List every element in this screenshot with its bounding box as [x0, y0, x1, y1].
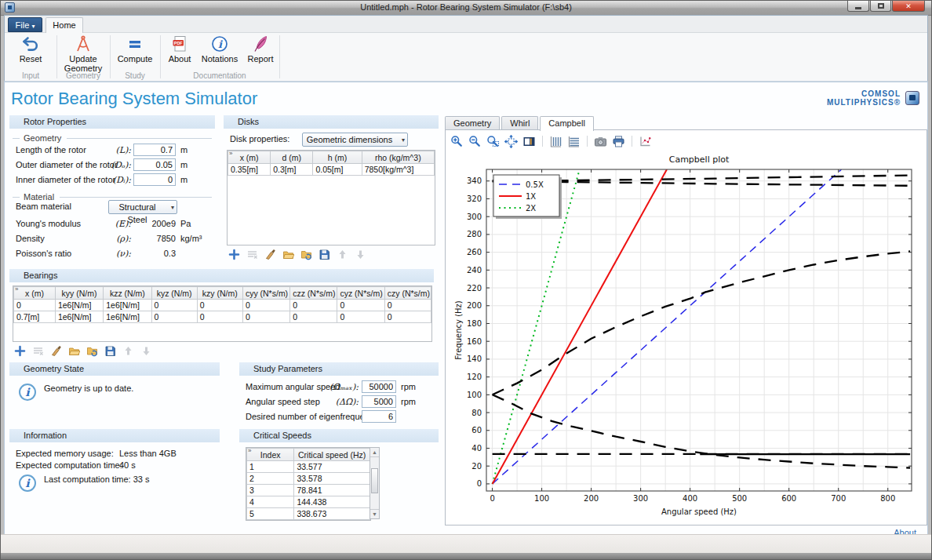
table-cell[interactable]: 1e6[N/m]: [55, 300, 103, 311]
tab-home[interactable]: Home: [46, 17, 83, 33]
caret-down-icon: ▾: [402, 134, 405, 147]
column-header: d (m): [271, 151, 313, 164]
beam-material-dropdown[interactable]: Structural Steel ▾: [108, 200, 177, 214]
table-cell[interactable]: 2: [247, 473, 294, 485]
title-bar[interactable]: Untitled.mph - Rotor Bearing System Simu…: [1, 1, 931, 16]
table-cell[interactable]: 0: [290, 300, 337, 311]
bearings-table[interactable]: »x (m)kyy (N/m)kzz (N/m)kyz (N/m)kzy (N/…: [13, 285, 432, 342]
table-cell[interactable]: 5: [247, 508, 294, 520]
scroll-down-icon[interactable]: ▼: [370, 509, 379, 518]
table-cell[interactable]: 0: [197, 311, 242, 323]
column-header: »x (m): [228, 151, 271, 164]
table-row[interactable]: 01e6[N/m]1e6[N/m]000000: [14, 300, 431, 311]
table-cell[interactable]: 0: [337, 311, 384, 323]
add-icon[interactable]: [228, 249, 240, 260]
save-icon[interactable]: [104, 345, 116, 357]
brand-text: COMSOL MULTIPHYSICS®: [827, 89, 901, 107]
brush-icon[interactable]: [50, 345, 62, 357]
max-angular-speed-input[interactable]: [362, 380, 396, 393]
table-cell[interactable]: 33.577: [294, 461, 370, 473]
scene-icon[interactable]: [522, 135, 536, 148]
app-window: Untitled.mph - Rotor Bearing System Simu…: [0, 0, 932, 560]
table-cell[interactable]: 1e6[N/m]: [55, 311, 103, 323]
tab-campbell[interactable]: Campbell: [540, 116, 593, 131]
rotor-inner-diameter-input[interactable]: [133, 173, 176, 186]
grid-y-icon[interactable]: [549, 135, 562, 148]
table-cell[interactable]: 0: [384, 311, 431, 323]
folder-open-icon[interactable]: [282, 249, 294, 260]
save-icon[interactable]: [319, 249, 330, 260]
brush-icon[interactable]: [264, 249, 276, 260]
zoom-out-icon[interactable]: [468, 135, 482, 148]
table-cell[interactable]: 0: [242, 300, 289, 311]
section-header: Critical Speeds: [239, 429, 439, 442]
table-row[interactable]: 378.841: [247, 485, 370, 496]
move-down-icon: [355, 249, 366, 260]
column-header: cyz (N*s/m): [337, 287, 384, 300]
page-title: Rotor Bearing System Simulator: [11, 89, 257, 109]
campbell-plot[interactable]: 0100200300400500600700800020406080100120…: [450, 151, 921, 521]
table-cell[interactable]: 1e6[N/m]: [104, 300, 151, 311]
print-icon[interactable]: [612, 135, 625, 148]
maximize-button[interactable]: [870, 1, 891, 12]
plot-settings-icon[interactable]: [639, 135, 652, 148]
table-cell[interactable]: 0: [384, 300, 431, 311]
table-cell[interactable]: 0.35[m]: [228, 164, 271, 176]
add-icon[interactable]: [14, 345, 26, 357]
table-row[interactable]: 133.577: [247, 461, 370, 473]
table-cell[interactable]: 3: [247, 485, 294, 496]
zoom-extents-icon[interactable]: [504, 135, 518, 148]
table-cell[interactable]: 0: [151, 300, 197, 311]
rotor-length-input[interactable]: [133, 144, 176, 156]
table-cell[interactable]: 33.578: [294, 473, 370, 485]
scroll-up-icon[interactable]: ▲: [370, 448, 379, 457]
table-cell[interactable]: 0: [14, 300, 56, 311]
table-row[interactable]: 0.7[m]1e6[N/m]1e6[N/m]000000: [14, 311, 431, 323]
table-row[interactable]: 233.578: [247, 473, 370, 485]
grid-x-icon[interactable]: [567, 135, 581, 148]
table-row[interactable]: 0.35[m]0.3[m]0.05[m]7850[kg/m^3]: [228, 164, 435, 176]
close-button[interactable]: ✕: [892, 1, 925, 12]
table-cell[interactable]: 1e6[N/m]: [104, 311, 151, 323]
table-row[interactable]: 4144.438: [247, 496, 370, 508]
corner-marker-icon: »: [15, 287, 18, 293]
svg-text:0.5X: 0.5X: [526, 180, 544, 189]
table-cell[interactable]: 0: [151, 311, 197, 323]
disk-properties-dropdown[interactable]: Geometric dimensions ▾: [302, 133, 408, 147]
corner-marker-icon: »: [248, 449, 251, 455]
table-cell[interactable]: 0.05[m]: [313, 164, 362, 176]
folder-load-icon[interactable]: [300, 249, 312, 260]
table-cell[interactable]: 4: [247, 496, 294, 508]
table-cell[interactable]: 7850[kg/m^3]: [362, 164, 434, 176]
table-cell[interactable]: 78.841: [294, 485, 370, 496]
zoom-in-icon[interactable]: [450, 135, 464, 148]
info-icon: i: [19, 384, 36, 401]
table-cell[interactable]: 0: [337, 300, 384, 311]
snapshot-icon[interactable]: [594, 135, 607, 148]
table-cell[interactable]: 1: [247, 461, 294, 473]
folder-load-icon[interactable]: [86, 345, 98, 357]
svg-text:2X: 2X: [526, 204, 536, 213]
svg-text:0: 0: [477, 479, 482, 488]
table-cell[interactable]: 0.3[m]: [271, 164, 313, 176]
eigenfrequency-count-input[interactable]: [362, 410, 396, 423]
table-scrollbar[interactable]: ▲ ▼: [370, 447, 380, 519]
minimize-button[interactable]: [847, 1, 869, 12]
file-menu-button[interactable]: File ▾: [8, 17, 42, 32]
table-cell[interactable]: 0: [290, 311, 337, 323]
section-header: Study Parameters: [239, 362, 439, 376]
rotor-outer-diameter-input[interactable]: [133, 158, 176, 171]
table-row[interactable]: 5338.673: [247, 508, 370, 520]
angular-speed-step-input[interactable]: [362, 395, 396, 408]
disks-table[interactable]: »x (m)d (m)h (m)rho (kg/m^3)0.35[m]0.3[m…: [227, 150, 435, 245]
scrollbar-thumb[interactable]: [371, 468, 378, 493]
table-cell[interactable]: 0: [197, 300, 242, 311]
table-cell[interactable]: 0: [242, 311, 289, 323]
table-cell[interactable]: 338.673: [294, 508, 370, 520]
folder-open-icon[interactable]: [68, 345, 80, 357]
critical-speeds-table[interactable]: »IndexCritical speed (Hz)133.577233.5783…: [246, 447, 371, 521]
window-title: Untitled.mph - Rotor Bearing System Simu…: [1, 2, 931, 12]
zoom-box-icon[interactable]: [486, 135, 500, 148]
table-cell[interactable]: 144.438: [294, 496, 370, 508]
table-cell[interactable]: 0.7[m]: [14, 311, 56, 323]
